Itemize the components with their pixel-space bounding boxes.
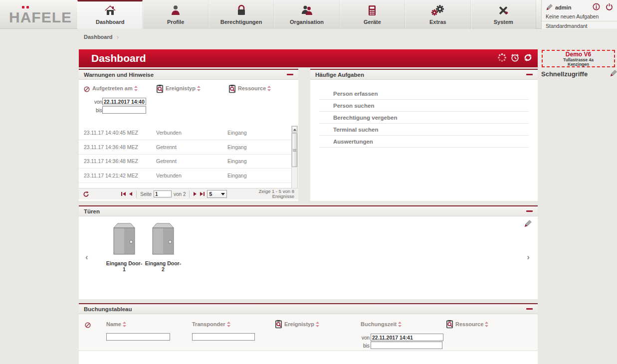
refresh-icon[interactable] xyxy=(523,53,533,64)
sort-icon xyxy=(123,322,126,328)
last-page-icon[interactable] xyxy=(200,191,205,196)
block-icon xyxy=(84,85,90,94)
clipboard-search-icon[interactable] xyxy=(228,84,236,95)
sort-icon xyxy=(227,322,230,328)
sort-icon xyxy=(316,322,319,328)
list-item-person-erfassen[interactable]: Person erfassen xyxy=(319,88,529,100)
column-ressource[interactable]: Ressource xyxy=(455,321,488,328)
breadcrumb-item[interactable]: Dashboard xyxy=(84,34,112,40)
doors-title: Türen xyxy=(84,208,100,214)
collapse-icon[interactable] xyxy=(526,74,533,75)
pager-status: Zeige 1 - 5 von 8Ereignisse xyxy=(259,189,294,199)
list-item-terminal-suchen[interactable]: Terminal suchen xyxy=(319,124,529,136)
warnings-panel: Warnungen und Hinweise Aufgetreten am Er… xyxy=(79,69,298,201)
clipboard-search-icon[interactable] xyxy=(156,84,164,95)
table-row[interactable]: 23.11.17 14:40:45 MEZVerbundenEingang xyxy=(79,126,292,140)
edit-user-pencil-icon[interactable] xyxy=(546,3,553,11)
warnings-panel-header: Warnungen und Hinweise xyxy=(79,69,298,80)
table-row[interactable]: 23.11.17 14:21:42 MEZVerbundenEingang xyxy=(79,169,292,183)
bookings-bis-input[interactable] xyxy=(371,342,442,349)
scroll-up-icon xyxy=(293,129,296,131)
collapse-icon[interactable] xyxy=(526,308,533,310)
column-ereignistyp[interactable]: Ereignistyp xyxy=(284,321,319,328)
table-row[interactable]: 23.11.17 14:36:48 MEZGetrenntEingang xyxy=(79,155,292,169)
calculator-icon xyxy=(367,4,377,17)
bookings-name-input[interactable] xyxy=(106,333,170,341)
bookings-filter-area: Name Transponder Ereignistyp Buchungszei… xyxy=(79,314,538,351)
page-title: Dashboard xyxy=(91,52,497,64)
first-page-icon[interactable] xyxy=(121,191,126,196)
column-ressource[interactable]: Ressource xyxy=(238,85,271,92)
tasks-status: Keine neuen Aufgaben xyxy=(542,11,617,21)
scrollbar-thumb[interactable] xyxy=(292,133,297,167)
lock-icon xyxy=(236,4,247,17)
bis-label: bis xyxy=(96,108,102,113)
sort-icon xyxy=(398,322,402,328)
page-number-input[interactable] xyxy=(154,190,172,197)
people-icon xyxy=(300,4,313,17)
column-ereignistyp[interactable]: Ereignistyp xyxy=(166,85,201,92)
tab-extras[interactable]: Extras xyxy=(405,0,470,29)
tab-label: Extras xyxy=(429,19,446,25)
list-item-berechtigung-vergeben[interactable]: Berechtigung vergeben xyxy=(319,112,529,124)
task-list: Person erfassen Person suchen Berechtigu… xyxy=(319,88,529,148)
column-buchungszeit[interactable]: Buchungszeit xyxy=(361,321,402,328)
bookings-von-input[interactable] xyxy=(371,334,443,341)
clipboard-search-icon[interactable] xyxy=(445,320,454,331)
username[interactable]: admin xyxy=(555,4,590,10)
door-label: Eingang Door-1 xyxy=(105,260,144,272)
warnings-bis-input[interactable] xyxy=(102,106,146,114)
sort-icon xyxy=(197,86,201,92)
warnings-von-input[interactable] xyxy=(102,98,146,105)
umlaut-dots xyxy=(22,6,24,8)
reload-icon[interactable] xyxy=(83,191,89,197)
vertical-scrollbar[interactable] xyxy=(291,126,298,197)
column-aufgetreten-am[interactable]: Aufgetreten am xyxy=(92,85,138,92)
power-icon[interactable] xyxy=(606,3,613,11)
page-size-select[interactable]: 5 xyxy=(207,190,227,198)
spinner-icon xyxy=(497,53,507,64)
demo-mandant-box[interactable]: Demo V6 Tullastrasse 4a Kenzingen xyxy=(542,50,615,67)
list-item-person-suchen[interactable]: Person suchen xyxy=(319,100,529,112)
frequent-tasks-title: Häufige Aufgaben xyxy=(315,72,364,78)
table-row[interactable]: 23.11.17 14:36:48 MEZGetrenntEingang xyxy=(79,140,292,155)
mandant-label[interactable]: Standardmandant xyxy=(542,21,617,30)
previous-page-icon[interactable] xyxy=(128,191,133,196)
alarm-clock-icon[interactable] xyxy=(510,53,520,64)
chevron-right-icon[interactable]: › xyxy=(527,252,530,262)
door-tile-eingang-door-1[interactable]: Eingang Door-1 xyxy=(105,222,144,272)
tools-icon xyxy=(497,4,509,17)
info-icon[interactable] xyxy=(593,3,600,11)
column-transponder[interactable]: Transponder xyxy=(192,321,230,328)
column-name[interactable]: Name xyxy=(106,321,126,328)
sort-icon xyxy=(485,322,488,328)
clipboard-search-icon[interactable] xyxy=(274,320,283,331)
thumb-grip xyxy=(293,150,296,151)
tab-geraete[interactable]: Geräte xyxy=(340,0,405,29)
tab-dashboard[interactable]: Dashboard xyxy=(77,0,143,29)
door-tile-eingang-door-2[interactable]: Eingang Door-2 xyxy=(144,222,183,272)
doors-panel: Türen ‹ › Eingang Door-1 Eingang Door-2 xyxy=(79,205,538,299)
bookings-transponder-input[interactable] xyxy=(192,333,255,341)
frequent-tasks-panel: Häufige Aufgaben Person erfassen Person … xyxy=(310,69,538,201)
edit-doors-pencil-icon[interactable] xyxy=(524,219,532,229)
next-page-icon[interactable] xyxy=(193,191,198,196)
von-label: von xyxy=(94,99,102,105)
chevron-left-icon[interactable]: ‹ xyxy=(85,252,88,262)
quick-access-header: Schnellzugriffe xyxy=(541,69,617,79)
warnings-table: 23.11.17 14:40:45 MEZVerbundenEingang 23… xyxy=(79,126,292,197)
door-label: Eingang Door-2 xyxy=(144,260,183,272)
tab-berechtigungen[interactable]: Berechtigungen xyxy=(208,0,274,29)
main-navigation: Dashboard Profile Berechtigungen Organis… xyxy=(77,0,536,29)
application-window: HAFELE Dashboard Profile Berechtigungen xyxy=(0,0,617,364)
tab-organisation[interactable]: Organisation xyxy=(274,0,339,29)
list-item-auswertungen[interactable]: Auswertungen xyxy=(319,136,529,148)
scroll-up-button[interactable] xyxy=(292,126,297,133)
tab-label: Organisation xyxy=(290,19,324,25)
doors-panel-header: Türen xyxy=(79,205,538,216)
tab-profile[interactable]: Profile xyxy=(143,0,208,29)
tab-system[interactable]: System xyxy=(471,0,536,29)
collapse-icon[interactable] xyxy=(287,74,293,75)
collapse-icon[interactable] xyxy=(526,210,533,212)
edit-quick-access-pencil-icon[interactable] xyxy=(610,69,617,79)
